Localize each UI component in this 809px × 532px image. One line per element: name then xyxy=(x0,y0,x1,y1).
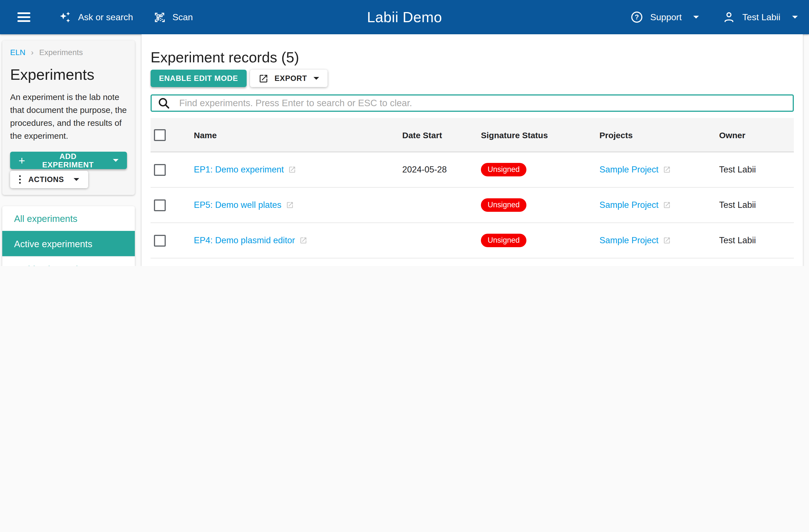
user-menu[interactable]: Test Labii xyxy=(723,11,798,23)
page-description: An experiment is the lab note that docum… xyxy=(10,90,127,142)
ask-or-search-button[interactable]: Ask or search xyxy=(58,11,133,23)
row-checkbox[interactable] xyxy=(154,199,166,211)
actions-label: ACTIONS xyxy=(28,175,64,184)
table-body: EP1: Demo experiment 2024-05-28 Unsigned… xyxy=(151,152,794,266)
chevron-down-icon xyxy=(693,16,699,19)
ask-or-search-label: Ask or search xyxy=(78,12,133,22)
actions-button[interactable]: ACTIONS xyxy=(10,171,88,188)
select-all-checkbox[interactable] xyxy=(154,129,166,141)
top-navbar: Ask or search Scan Labii Demo ? Support xyxy=(0,0,809,34)
breadcrumb-eln-link[interactable]: ELN xyxy=(10,48,25,57)
external-link-icon xyxy=(289,166,296,174)
enable-edit-mode-label: ENABLE EDIT MODE xyxy=(159,74,238,83)
column-header-owner[interactable]: Owner xyxy=(718,130,794,140)
more-vertical-icon xyxy=(19,175,21,184)
filter-menu: All experiments Active experiments Archi… xyxy=(2,206,135,266)
project-link[interactable]: Sample Project xyxy=(600,165,658,175)
status-badge: Unsigned xyxy=(481,163,527,176)
support-menu[interactable]: ? Support xyxy=(631,11,699,23)
toolbar: ENABLE EDIT MODE EXPORT xyxy=(151,70,794,87)
table-row: EP4: Demo plasmid editor Unsigned Sample… xyxy=(151,223,794,258)
help-circle-icon: ? xyxy=(631,11,643,23)
column-header-date-start[interactable]: Date Start xyxy=(398,130,477,140)
table-info-card: ELN › Experiments Experiments An experim… xyxy=(2,40,135,195)
qr-scan-icon xyxy=(153,11,166,23)
app-title: Labii Demo xyxy=(367,8,442,26)
breadcrumb-current: Experiments xyxy=(39,48,83,57)
external-link-icon xyxy=(286,201,294,209)
plus-icon: + xyxy=(19,155,25,166)
chevron-down-icon xyxy=(74,178,79,181)
experiments-card: Experiment records (5) ENABLE EDIT MODE … xyxy=(141,34,803,266)
add-experiment-label: ADD EXPERIMENT xyxy=(33,152,103,169)
enable-edit-mode-button[interactable]: ENABLE EDIT MODE xyxy=(151,70,246,87)
table-row: EP1: Demo experiment 2024-05-28 Unsigned… xyxy=(151,152,794,188)
owner-value: Test Labii xyxy=(718,200,794,210)
experiment-link[interactable]: EP5: Demo well plates xyxy=(194,200,281,210)
export-label: EXPORT xyxy=(274,74,307,83)
support-label: Support xyxy=(650,12,682,22)
external-link-icon xyxy=(663,201,671,209)
owner-value: Test Labii xyxy=(718,235,794,245)
add-experiment-button[interactable]: + ADD EXPERIMENT xyxy=(10,152,127,169)
user-label: Test Labii xyxy=(742,12,780,22)
table-row: EP3: Demo chemical drawing Unsigned Samp… xyxy=(151,258,794,266)
chevron-down-icon xyxy=(792,16,798,19)
table-header-row: Name Date Start Signature Status Project… xyxy=(151,118,794,152)
hamburger-menu-icon[interactable] xyxy=(17,12,30,22)
header-checkbox-cell xyxy=(151,129,173,141)
column-header-name[interactable]: Name xyxy=(173,130,398,140)
external-link-icon xyxy=(663,166,671,174)
experiment-link[interactable]: EP1: Demo experiment xyxy=(194,165,284,175)
table-row: EP5: Demo well plates Unsigned Sample Pr… xyxy=(151,188,794,223)
records-title: Experiment records (5) xyxy=(151,34,794,66)
navbar-right: ? Support Test Labii xyxy=(631,11,809,23)
scan-button[interactable]: Scan xyxy=(153,11,193,23)
column-header-projects[interactable]: Projects xyxy=(595,130,718,140)
sidebar-item-all-experiments[interactable]: All experiments xyxy=(2,206,135,231)
project-link[interactable]: Sample Project xyxy=(600,200,658,210)
status-badge: Unsigned xyxy=(481,198,527,212)
sidebar-item-label: Active experiments xyxy=(14,239,92,249)
person-icon xyxy=(723,11,736,23)
status-badge: Unsigned xyxy=(481,234,527,247)
sparkle-icon xyxy=(58,11,71,23)
project-link[interactable]: Sample Project xyxy=(600,235,658,245)
navbar-left: Ask or search Scan xyxy=(0,11,213,23)
owner-value: Test Labii xyxy=(718,165,794,175)
search-icon xyxy=(157,96,171,110)
search-box xyxy=(151,95,794,112)
scan-label: Scan xyxy=(172,12,193,22)
search-input[interactable] xyxy=(178,97,787,109)
app: Ask or search Scan Labii Demo ? Support xyxy=(0,0,809,266)
main-content: Experiment records (5) ENABLE EDIT MODE … xyxy=(141,34,803,266)
export-button[interactable]: EXPORT xyxy=(250,70,327,87)
date-start-value: 2024-05-28 xyxy=(398,165,477,175)
sidebar-item-label: All experiments xyxy=(14,213,78,224)
breadcrumb: ELN › Experiments xyxy=(10,48,127,57)
chevron-down-icon xyxy=(313,77,319,80)
experiment-link[interactable]: EP4: Demo plasmid editor xyxy=(194,235,295,245)
page-title: Experiments xyxy=(10,66,127,84)
sidebar-item-archived-experiments[interactable]: Archived experiments xyxy=(2,256,135,266)
breadcrumb-separator: › xyxy=(31,48,33,57)
sidebar-item-active-experiments[interactable]: Active experiments xyxy=(2,231,135,256)
chevron-down-icon xyxy=(113,159,119,162)
external-link-icon xyxy=(299,237,307,244)
svg-text:?: ? xyxy=(635,13,639,21)
export-icon xyxy=(258,73,268,83)
row-checkbox[interactable] xyxy=(154,235,166,246)
sidebar-item-label: Archived experiments xyxy=(14,264,103,266)
column-header-signature-status[interactable]: Signature Status xyxy=(477,130,595,140)
row-checkbox[interactable] xyxy=(154,164,166,175)
sidebar: ELN › Experiments Experiments An experim… xyxy=(2,40,135,266)
external-link-icon xyxy=(663,237,671,244)
